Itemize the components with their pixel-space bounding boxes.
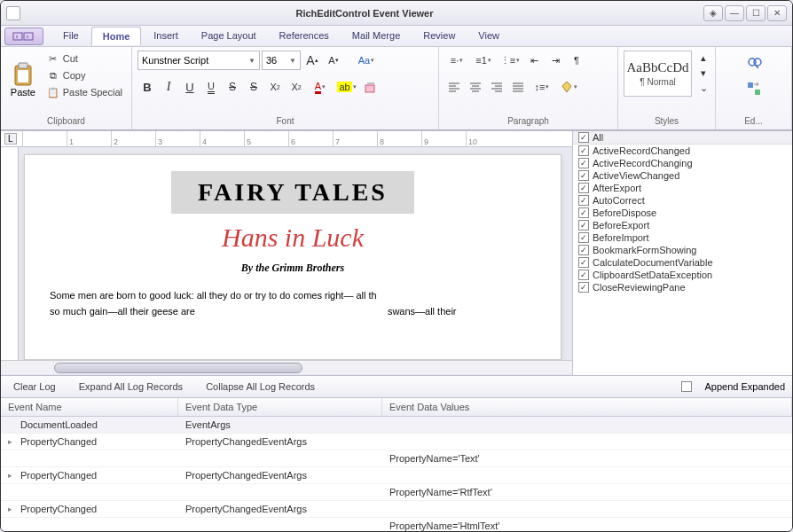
checkbox-icon: ✓ [578, 183, 589, 193]
tab-review[interactable]: Review [412, 27, 466, 45]
underline-button[interactable]: U [180, 77, 200, 97]
italic-button[interactable]: I [159, 77, 178, 97]
append-expanded-checkbox[interactable] [681, 381, 692, 392]
log-header-values[interactable]: Event Data Values [382, 398, 792, 416]
event-checkbox-ActiveRecordChanging[interactable]: ✓ActiveRecordChanging [573, 157, 792, 169]
line-spacing-button[interactable]: ↕≡▾ [530, 77, 554, 97]
font-name-combo[interactable]: Kunstner Script▼ [137, 51, 260, 70]
strike-button[interactable]: S [223, 77, 242, 97]
close-button[interactable]: ✕ [767, 5, 787, 21]
style-gallery[interactable]: AaBbCcDd ¶ Normal [624, 51, 692, 97]
expand-all-button[interactable]: Expand All Log Records [74, 379, 188, 395]
multilevel-button[interactable]: ⋮≡▾ [498, 51, 522, 70]
event-checkbox-BeforeImport[interactable]: ✓BeforeImport [573, 231, 792, 244]
collapse-all-button[interactable]: Collapse All Log Records [200, 379, 320, 395]
event-checkbox-BeforeExport[interactable]: ✓BeforeExport [573, 219, 792, 231]
document-page[interactable]: FAIRY TALES Hans in Luck By the Grimm Br… [24, 154, 561, 360]
horizontal-ruler[interactable]: 12345678910 [1, 131, 572, 147]
horizontal-scrollbar[interactable] [1, 360, 572, 374]
align-left-button[interactable] [444, 77, 464, 97]
font-size-combo[interactable]: 36▼ [262, 51, 301, 70]
tab-insert[interactable]: Insert [143, 27, 189, 45]
svg-rect-9 [755, 90, 760, 95]
maximize-button[interactable]: ☐ [746, 5, 766, 21]
superscript-button[interactable]: X2 [265, 77, 285, 97]
tab-page-layout[interactable]: Page Layout [191, 27, 267, 45]
increase-indent-button[interactable]: ⇥ [546, 51, 565, 70]
log-row[interactable]: PropertyName='HtmlText' [1, 518, 792, 531]
scrollbar-thumb[interactable] [54, 363, 302, 373]
font-color-button[interactable]: A▾ [308, 77, 333, 97]
events-all-checkbox[interactable]: ✓ All [573, 131, 792, 145]
log-row[interactable]: ▸PropertyChangedPropertyChangedEventArgs [1, 434, 792, 450]
clear-format-button[interactable] [361, 77, 381, 97]
font-group-label: Font [137, 114, 433, 126]
numbering-button[interactable]: ≡1▾ [471, 51, 496, 70]
event-checkbox-ActiveViewChanged[interactable]: ✓ActiveViewChanged [573, 169, 792, 182]
event-checkbox-CloseReviewingPane[interactable]: ✓CloseReviewingPane [573, 281, 792, 293]
style-more-button[interactable]: ⌄ [697, 81, 710, 95]
shading-button[interactable]: ▾ [556, 77, 581, 97]
log-grid: Event Name Event Data Type Event Data Va… [1, 398, 792, 531]
find-button[interactable] [744, 54, 764, 74]
svg-point-7 [754, 59, 761, 66]
expand-icon[interactable]: ▸ [8, 505, 17, 513]
replace-button[interactable] [744, 79, 764, 98]
shrink-font-button[interactable]: A▾ [324, 51, 343, 70]
log-row[interactable]: ▸PropertyChangedPropertyChangedEventArgs [1, 501, 792, 518]
paste-label: Paste [11, 87, 35, 98]
tab-mail-merge[interactable]: Mail Merge [342, 27, 411, 45]
doc-body: Some men are born to good luck: all they… [50, 287, 536, 319]
tab-view[interactable]: View [467, 27, 510, 45]
log-header-name[interactable]: Event Name [1, 398, 178, 416]
log-row[interactable]: DocumentLoadedEventArgs [1, 417, 792, 434]
help-icon[interactable]: ◈ [703, 5, 723, 21]
paste-button[interactable]: Paste [6, 51, 40, 109]
change-case-button[interactable]: Aa▾ [352, 51, 381, 70]
align-center-button[interactable] [466, 77, 485, 97]
vertical-ruler[interactable] [1, 147, 19, 360]
bullets-button[interactable]: ≡∙▾ [444, 51, 469, 70]
minimize-button[interactable]: — [725, 5, 744, 21]
double-underline-button[interactable]: U [201, 77, 221, 97]
align-right-button[interactable] [487, 77, 506, 97]
log-header-type[interactable]: Event Data Type [178, 398, 382, 416]
style-down-button[interactable]: ▾ [697, 66, 710, 80]
double-strike-button[interactable]: S [244, 77, 263, 97]
tab-home[interactable]: Home [91, 27, 142, 45]
event-checkbox-ClipboardSetDataException[interactable]: ✓ClipboardSetDataException [573, 269, 792, 281]
clear-log-button[interactable]: Clear Log [8, 379, 61, 395]
copy-button[interactable]: ⧉Copy [43, 67, 126, 83]
checkbox-icon: ✓ [578, 270, 589, 280]
subscript-button[interactable]: X2 [287, 77, 306, 97]
justify-button[interactable] [508, 77, 528, 97]
highlight-button[interactable]: ab▾ [334, 77, 359, 97]
bold-button[interactable]: B [137, 77, 157, 97]
event-checkbox-BookmarkFormShowing[interactable]: ✓BookmarkFormShowing [573, 244, 792, 256]
tab-file[interactable]: File [52, 27, 90, 45]
checkbox-icon: ✓ [578, 158, 589, 168]
event-checkbox-CalculateDocumentVariable[interactable]: ✓CalculateDocumentVariable [573, 256, 792, 269]
style-up-button[interactable]: ▴ [697, 51, 710, 65]
tab-references[interactable]: References [269, 27, 340, 45]
grow-font-button[interactable]: A▴ [302, 51, 322, 70]
editing-group-label: Ed... [721, 114, 786, 126]
svg-rect-5 [365, 85, 374, 92]
expand-icon[interactable]: ▸ [8, 471, 17, 480]
event-checkbox-AfterExport[interactable]: ✓AfterExport [573, 182, 792, 194]
log-row[interactable]: PropertyName='RtfText' [1, 484, 792, 501]
paste-special-button[interactable]: 📋Paste Special [43, 84, 126, 100]
checkbox-icon: ✓ [578, 195, 589, 206]
decrease-indent-button[interactable]: ⇤ [524, 51, 544, 70]
doc-author: By the Grimm Brothers [241, 262, 344, 275]
log-row[interactable]: ▸PropertyChangedPropertyChangedEventArgs [1, 467, 792, 484]
event-checkbox-AutoCorrect[interactable]: ✓AutoCorrect [573, 194, 792, 207]
show-marks-button[interactable]: ¶ [567, 51, 586, 70]
log-row[interactable]: PropertyName='Text' [1, 450, 792, 467]
checkbox-icon: ✓ [578, 257, 589, 268]
app-menu-button[interactable] [4, 27, 43, 45]
cut-button[interactable]: ✂Cut [43, 51, 126, 66]
event-checkbox-ActiveRecordChanged[interactable]: ✓ActiveRecordChanged [573, 145, 792, 157]
expand-icon[interactable]: ▸ [8, 437, 17, 446]
event-checkbox-BeforeDispose[interactable]: ✓BeforeDispose [573, 207, 792, 219]
